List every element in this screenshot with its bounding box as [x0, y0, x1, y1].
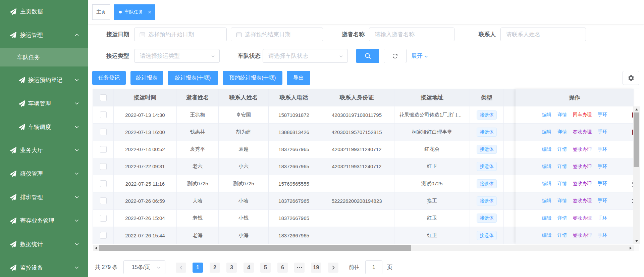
cell-contact: 卓安国	[219, 106, 269, 124]
action-process-link[interactable]: 签收办理	[573, 146, 592, 152]
stats-report-shiyan-button[interactable]: 统计报表(十堰)	[168, 71, 218, 85]
action-process-link[interactable]: 签收办理	[573, 232, 592, 238]
sidebar-item-vehicle-manage[interactable]: 车辆管理	[0, 94, 88, 113]
page-size-select[interactable]: 15条/页	[123, 260, 165, 274]
vscroll-down-button[interactable]	[633, 238, 640, 244]
page-ellipsis[interactable]	[294, 263, 305, 273]
date-start-field-input[interactable]	[135, 28, 226, 41]
action-wristband-link[interactable]: 手环	[598, 112, 607, 118]
action-edit-link[interactable]: 编辑	[542, 146, 551, 152]
action-edit-link[interactable]: 编辑	[542, 164, 551, 170]
action-wristband-link[interactable]: 手环	[598, 146, 607, 152]
row-checkbox[interactable]	[100, 180, 107, 187]
action-wristband-link[interactable]: 手环	[598, 181, 607, 187]
action-wristband-link[interactable]: 手环	[598, 232, 607, 238]
chevron-down-icon	[211, 54, 215, 59]
sidebar-item-business-hall[interactable]: 业务大厅	[0, 141, 88, 159]
ellipsis-icon	[296, 264, 303, 271]
data-table: 接运时间逝者姓名联系人姓名联系人电话联系人身份证接运地址类型2022-07-13…	[93, 89, 639, 244]
action-detail-link[interactable]: 详情	[557, 232, 567, 238]
expand-link[interactable]: 展开	[411, 49, 429, 63]
row-checkbox[interactable]	[100, 111, 107, 118]
action-edit-link[interactable]: 编辑	[542, 215, 551, 221]
tab-fleet-tasks[interactable]: 车队任务	[114, 4, 155, 20]
action-wristband-link[interactable]: 手环	[598, 164, 607, 170]
vertical-scrollbar[interactable]	[633, 106, 640, 244]
horizontal-scrollbar[interactable]	[93, 245, 639, 251]
hscroll-thumb[interactable]	[99, 245, 411, 251]
paper-plane-icon	[10, 194, 16, 200]
action-detail-link[interactable]: 详情	[557, 112, 567, 118]
sidebar-item-shift-manage[interactable]: 排班管理	[0, 188, 88, 206]
vscroll-thumb[interactable]	[634, 112, 639, 167]
search-button[interactable]	[356, 49, 379, 63]
action-detail-link[interactable]: 详情	[557, 146, 567, 152]
action-detail-link[interactable]: 详情	[557, 164, 567, 170]
table-settings-button[interactable]	[623, 71, 639, 85]
row-checkbox[interactable]	[100, 197, 107, 204]
action-edit-link[interactable]: 编辑	[542, 181, 551, 187]
sidebar-item-monitor-devices[interactable]: 监控设备	[0, 258, 88, 277]
sidebar-item-fleet-tasks[interactable]: 车队任务	[0, 48, 88, 66]
chevron-down-icon	[211, 54, 215, 59]
page-button-19[interactable]: 19	[311, 263, 321, 273]
action-edit-link[interactable]: 编辑	[542, 198, 551, 204]
action-detail-link[interactable]: 详情	[557, 198, 567, 204]
close-icon[interactable]	[147, 10, 152, 14]
page-button-2[interactable]: 2	[210, 263, 220, 273]
action-wristband-link[interactable]: 手环	[598, 129, 607, 135]
page-button-4[interactable]: 4	[244, 263, 254, 273]
task-register-button[interactable]: 任务登记	[92, 71, 126, 85]
action-process-link[interactable]: 签收办理	[573, 181, 592, 187]
next-page-button[interactable]	[328, 263, 338, 273]
refresh-button[interactable]	[384, 49, 407, 63]
action-edit-link[interactable]: 编辑	[542, 112, 551, 118]
active-tab-dot-icon	[119, 11, 122, 13]
action-wristband-link[interactable]: 手环	[598, 198, 607, 204]
action-wristband-link[interactable]: 手环	[598, 215, 607, 221]
action-process-link[interactable]: 签收办理	[573, 164, 592, 170]
row-checkbox[interactable]	[100, 232, 107, 239]
contact-name-field-input[interactable]	[501, 28, 586, 41]
page-button-5[interactable]: 5	[260, 263, 271, 273]
select-all-checkbox[interactable]	[100, 94, 107, 101]
prev-page-button[interactable]	[176, 263, 186, 273]
row-checkbox[interactable]	[100, 215, 107, 222]
sidebar-item-home-data[interactable]: 主页数据	[0, 2, 88, 21]
page-button-3[interactable]: 3	[226, 263, 237, 273]
action-process-link[interactable]: 签收办理	[573, 129, 592, 135]
action-process-link[interactable]: 回车办理	[573, 112, 592, 118]
page-button-6[interactable]: 6	[277, 263, 288, 273]
page-button-1[interactable]: 1	[193, 263, 203, 273]
action-process-link[interactable]: 签收办理	[573, 198, 592, 204]
sidebar-item-reception-manage[interactable]: 接运管理	[0, 26, 88, 44]
sidebar-item-funeral-manage[interactable]: 殡仪管理	[0, 164, 88, 183]
action-detail-link[interactable]: 详情	[557, 129, 567, 135]
row-checkbox[interactable]	[100, 163, 107, 170]
action-process-link[interactable]: 签收办理	[573, 215, 592, 221]
hscroll-right-button[interactable]	[628, 245, 634, 251]
export-button[interactable]: 导出	[287, 71, 310, 85]
sidebar-item-data-stats[interactable]: 数据统计	[0, 235, 88, 253]
reception-type-select[interactable]: 请选择接运类型	[134, 49, 220, 63]
booking-stats-report-shiyan-button[interactable]: 预约统计报表(十堰)	[223, 71, 282, 85]
vscroll-up-button[interactable]	[633, 106, 640, 112]
stats-report-button[interactable]: 统计报表	[130, 71, 163, 85]
page-jumper-input[interactable]	[365, 260, 382, 274]
fleet-status-select[interactable]: 请选择车队状态	[263, 49, 348, 63]
deceased-name-field-input[interactable]	[369, 28, 454, 41]
row-checkbox[interactable]	[100, 129, 107, 135]
sidebar-item-storage-manage[interactable]: 寄存业务管理	[0, 211, 88, 230]
tab-home[interactable]: 主页	[92, 4, 110, 20]
action-edit-link[interactable]: 编辑	[542, 232, 551, 238]
action-detail-link[interactable]: 详情	[557, 215, 567, 221]
sidebar-item-reception-booking[interactable]: 接运预约登记	[0, 71, 88, 89]
action-detail-link[interactable]: 详情	[557, 181, 567, 187]
sidebar-item-vehicle-dispatch[interactable]: 车辆调度	[0, 118, 88, 136]
row-checkbox[interactable]	[100, 146, 107, 153]
date-end-field-input[interactable]	[231, 28, 323, 41]
chevron-up-icon	[331, 265, 336, 270]
action-edit-link[interactable]: 编辑	[542, 129, 551, 135]
chevron-down-icon	[74, 124, 79, 130]
hscroll-left-button[interactable]	[93, 245, 99, 251]
